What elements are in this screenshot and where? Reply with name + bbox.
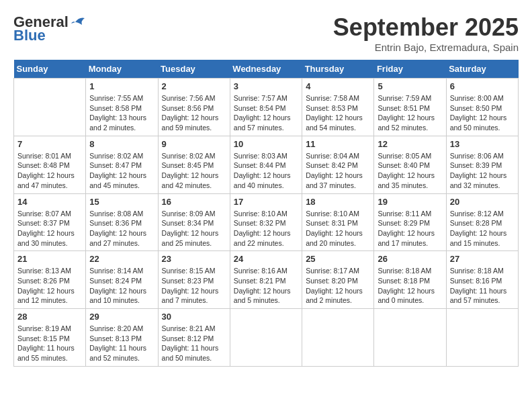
calendar-cell	[230, 309, 302, 367]
day-number: 19	[378, 197, 442, 207]
calendar-cell: 10Sunrise: 8:03 AMSunset: 8:44 PMDayligh…	[230, 136, 302, 193]
title-block: September 2025 Entrin Bajo, Extremadura,…	[333, 13, 519, 53]
calendar-week-2: 7Sunrise: 8:01 AMSunset: 8:48 PMDaylight…	[14, 136, 519, 193]
day-info: Sunrise: 8:14 AMSunset: 8:24 PMDaylight:…	[89, 266, 154, 306]
day-number: 18	[306, 197, 370, 207]
day-info: Sunrise: 8:04 AMSunset: 8:42 PMDaylight:…	[306, 151, 370, 191]
calendar-week-5: 28Sunrise: 8:19 AMSunset: 8:15 PMDayligh…	[14, 309, 519, 367]
calendar-cell: 24Sunrise: 8:16 AMSunset: 8:21 PMDayligh…	[230, 251, 302, 309]
header-tuesday: Tuesday	[158, 60, 230, 79]
calendar-cell: 9Sunrise: 8:02 AMSunset: 8:45 PMDaylight…	[158, 136, 230, 193]
calendar-cell: 13Sunrise: 8:06 AMSunset: 8:39 PMDayligh…	[446, 136, 518, 193]
day-info: Sunrise: 8:11 AMSunset: 8:29 PMDaylight:…	[378, 209, 442, 248]
header-thursday: Thursday	[302, 60, 374, 79]
calendar-week-3: 14Sunrise: 8:07 AMSunset: 8:37 PMDayligh…	[14, 193, 519, 251]
calendar-cell: 27Sunrise: 8:18 AMSunset: 8:16 PMDayligh…	[446, 251, 518, 309]
calendar-cell: 15Sunrise: 8:08 AMSunset: 8:36 PMDayligh…	[86, 193, 158, 251]
calendar-cell: 6Sunrise: 8:00 AMSunset: 8:50 PMDaylight…	[446, 79, 518, 136]
calendar-cell: 28Sunrise: 8:19 AMSunset: 8:15 PMDayligh…	[14, 309, 86, 367]
day-number: 27	[450, 254, 515, 264]
logo-bird-icon	[70, 15, 86, 29]
day-info: Sunrise: 7:55 AMSunset: 8:58 PMDaylight:…	[89, 93, 154, 133]
header-monday: Monday	[86, 60, 158, 79]
day-info: Sunrise: 8:03 AMSunset: 8:44 PMDaylight:…	[234, 151, 298, 191]
calendar-cell: 2Sunrise: 7:56 AMSunset: 8:56 PMDaylight…	[158, 79, 230, 136]
location-text: Entrin Bajo, Extremadura, Spain	[333, 42, 519, 53]
calendar-cell: 5Sunrise: 7:59 AMSunset: 8:51 PMDaylight…	[374, 79, 446, 136]
day-info: Sunrise: 8:13 AMSunset: 8:26 PMDaylight:…	[17, 266, 82, 306]
day-info: Sunrise: 8:08 AMSunset: 8:36 PMDaylight:…	[89, 209, 154, 248]
logo-blue-text: Blue	[13, 27, 46, 44]
day-number: 7	[17, 139, 82, 149]
calendar-cell	[374, 309, 446, 367]
day-number: 15	[89, 197, 154, 207]
day-info: Sunrise: 8:17 AMSunset: 8:20 PMDaylight:…	[306, 266, 370, 306]
day-info: Sunrise: 8:18 AMSunset: 8:16 PMDaylight:…	[450, 266, 515, 306]
day-info: Sunrise: 8:07 AMSunset: 8:37 PMDaylight:…	[17, 209, 82, 248]
calendar-week-1: 1Sunrise: 7:55 AMSunset: 8:58 PMDaylight…	[14, 79, 519, 136]
day-number: 13	[450, 139, 515, 149]
day-info: Sunrise: 7:56 AMSunset: 8:56 PMDaylight:…	[162, 93, 226, 133]
day-number: 3	[234, 81, 298, 91]
day-number: 8	[89, 139, 154, 149]
calendar-cell	[14, 79, 86, 136]
calendar-cell: 16Sunrise: 8:09 AMSunset: 8:34 PMDayligh…	[158, 193, 230, 251]
day-number: 10	[234, 139, 298, 149]
logo: General Blue	[13, 13, 86, 44]
calendar-cell	[446, 309, 518, 367]
day-number: 20	[450, 197, 515, 207]
calendar-cell: 22Sunrise: 8:14 AMSunset: 8:24 PMDayligh…	[86, 251, 158, 309]
calendar-cell: 3Sunrise: 7:57 AMSunset: 8:54 PMDaylight…	[230, 79, 302, 136]
calendar-cell: 29Sunrise: 8:20 AMSunset: 8:13 PMDayligh…	[86, 309, 158, 367]
calendar-cell: 26Sunrise: 8:18 AMSunset: 8:18 PMDayligh…	[374, 251, 446, 309]
day-info: Sunrise: 8:02 AMSunset: 8:45 PMDaylight:…	[162, 151, 226, 191]
day-info: Sunrise: 8:18 AMSunset: 8:18 PMDaylight:…	[378, 266, 442, 306]
day-info: Sunrise: 8:15 AMSunset: 8:23 PMDaylight:…	[162, 266, 226, 306]
day-number: 5	[378, 81, 442, 91]
day-info: Sunrise: 8:05 AMSunset: 8:40 PMDaylight:…	[378, 151, 442, 191]
day-number: 24	[234, 254, 298, 264]
calendar-cell: 20Sunrise: 8:12 AMSunset: 8:28 PMDayligh…	[446, 193, 518, 251]
calendar-cell: 23Sunrise: 8:15 AMSunset: 8:23 PMDayligh…	[158, 251, 230, 309]
day-number: 12	[378, 139, 442, 149]
calendar-week-4: 21Sunrise: 8:13 AMSunset: 8:26 PMDayligh…	[14, 251, 519, 309]
calendar-table: SundayMondayTuesdayWednesdayThursdayFrid…	[13, 60, 519, 367]
calendar-cell	[302, 309, 374, 367]
calendar-cell: 8Sunrise: 8:02 AMSunset: 8:47 PMDaylight…	[86, 136, 158, 193]
day-number: 29	[89, 312, 154, 322]
calendar-cell: 30Sunrise: 8:21 AMSunset: 8:12 PMDayligh…	[158, 309, 230, 367]
calendar-header-row: SundayMondayTuesdayWednesdayThursdayFrid…	[14, 60, 519, 79]
day-info: Sunrise: 8:19 AMSunset: 8:15 PMDaylight:…	[17, 324, 82, 363]
calendar-cell: 14Sunrise: 8:07 AMSunset: 8:37 PMDayligh…	[14, 193, 86, 251]
day-info: Sunrise: 8:06 AMSunset: 8:39 PMDaylight:…	[450, 151, 515, 191]
day-info: Sunrise: 8:10 AMSunset: 8:31 PMDaylight:…	[306, 209, 370, 248]
calendar-cell: 12Sunrise: 8:05 AMSunset: 8:40 PMDayligh…	[374, 136, 446, 193]
day-number: 4	[306, 81, 370, 91]
day-number: 11	[306, 139, 370, 149]
day-info: Sunrise: 7:58 AMSunset: 8:53 PMDaylight:…	[306, 93, 370, 133]
day-number: 23	[162, 254, 226, 264]
day-number: 28	[17, 312, 82, 322]
day-number: 17	[234, 197, 298, 207]
day-info: Sunrise: 8:02 AMSunset: 8:47 PMDaylight:…	[89, 151, 154, 191]
header-saturday: Saturday	[446, 60, 518, 79]
day-number: 22	[89, 254, 154, 264]
day-info: Sunrise: 8:16 AMSunset: 8:21 PMDaylight:…	[234, 266, 298, 306]
calendar-cell: 7Sunrise: 8:01 AMSunset: 8:48 PMDaylight…	[14, 136, 86, 193]
calendar-cell: 4Sunrise: 7:58 AMSunset: 8:53 PMDaylight…	[302, 79, 374, 136]
day-info: Sunrise: 8:00 AMSunset: 8:50 PMDaylight:…	[450, 93, 515, 133]
calendar-cell: 25Sunrise: 8:17 AMSunset: 8:20 PMDayligh…	[302, 251, 374, 309]
day-info: Sunrise: 8:09 AMSunset: 8:34 PMDaylight:…	[162, 209, 226, 248]
calendar-cell: 19Sunrise: 8:11 AMSunset: 8:29 PMDayligh…	[374, 193, 446, 251]
day-info: Sunrise: 8:20 AMSunset: 8:13 PMDaylight:…	[89, 324, 154, 363]
calendar-cell: 11Sunrise: 8:04 AMSunset: 8:42 PMDayligh…	[302, 136, 374, 193]
day-info: Sunrise: 7:59 AMSunset: 8:51 PMDaylight:…	[378, 93, 442, 133]
day-number: 26	[378, 254, 442, 264]
day-info: Sunrise: 8:10 AMSunset: 8:32 PMDaylight:…	[234, 209, 298, 248]
page-header: General Blue September 2025 Entrin Bajo,…	[13, 13, 519, 53]
calendar-cell: 1Sunrise: 7:55 AMSunset: 8:58 PMDaylight…	[86, 79, 158, 136]
day-number: 25	[306, 254, 370, 264]
day-info: Sunrise: 8:21 AMSunset: 8:12 PMDaylight:…	[162, 324, 226, 363]
day-number: 16	[162, 197, 226, 207]
header-wednesday: Wednesday	[230, 60, 302, 79]
